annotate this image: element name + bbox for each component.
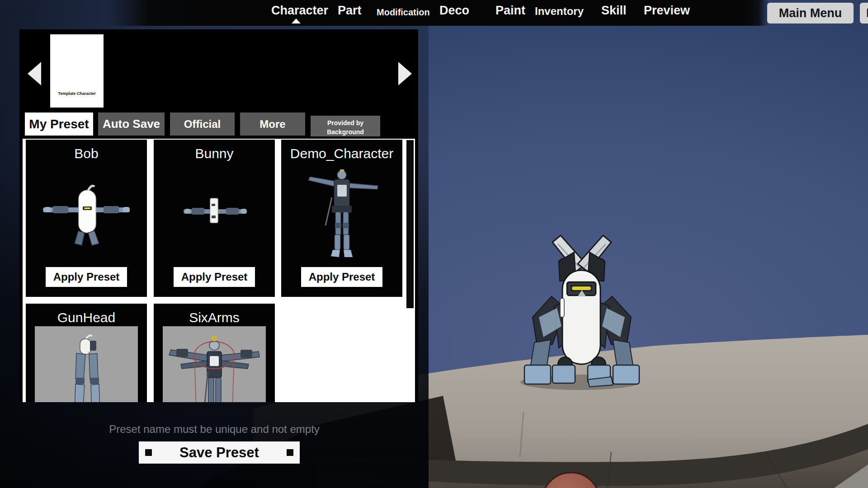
nav-tab-part[interactable]: Part bbox=[338, 3, 362, 18]
preset-card-gunhead[interactable]: GunHead bbox=[26, 304, 147, 402]
preset-name: Demo_Character bbox=[281, 146, 402, 161]
preset-panel: Template Character My Preset Auto Save O… bbox=[19, 29, 418, 402]
nav-tab-deco[interactable]: Deco bbox=[439, 3, 469, 18]
save-preset-button[interactable]: Save Preset bbox=[139, 441, 300, 464]
square-marker-icon bbox=[145, 449, 152, 456]
save-preset-label: Save Preset bbox=[179, 445, 259, 460]
preset-card-sixarms[interactable]: SixArms bbox=[154, 304, 275, 402]
active-tab-caret-icon bbox=[292, 19, 301, 23]
apply-preset-button[interactable]: Apply Preset bbox=[174, 267, 255, 287]
robot-visor bbox=[567, 282, 596, 296]
preset-list-scrollbar-thumb[interactable] bbox=[406, 140, 414, 308]
preset-thumbnail-bunny bbox=[154, 162, 275, 262]
template-character-label: Template Character bbox=[50, 91, 104, 96]
preset-name: Bunny bbox=[154, 146, 275, 161]
tab-auto-save[interactable]: Auto Save bbox=[98, 113, 165, 136]
preset-card-demo-character[interactable]: Demo_Character bbox=[281, 140, 402, 297]
preset-thumbnail-bob bbox=[26, 162, 147, 262]
square-marker-icon bbox=[287, 449, 293, 456]
preset-thumbnail-sixarms bbox=[163, 326, 266, 402]
nav-tab-inventory[interactable]: Inventory bbox=[535, 4, 584, 19]
tab-my-preset[interactable]: My Preset bbox=[25, 113, 93, 136]
tab-provided-by-background[interactable]: Provided by Background bbox=[311, 116, 380, 136]
tab-more-source[interactable]: More Source bbox=[240, 113, 305, 136]
nav-tab-modification[interactable]: Modification bbox=[377, 5, 430, 20]
main-menu-button[interactable]: Main Menu bbox=[767, 3, 854, 23]
apply-preset-button[interactable]: Apply Preset bbox=[46, 267, 127, 287]
preset-list-scrollbar-track[interactable] bbox=[405, 139, 415, 402]
preset-name: SixArms bbox=[154, 310, 275, 325]
preset-name: GunHead bbox=[26, 310, 147, 325]
preset-card-bob[interactable]: Bob Apply Preset bbox=[26, 140, 147, 297]
preset-card-bunny[interactable]: Bunny Apply Preset bbox=[154, 140, 275, 297]
nav-tab-skill[interactable]: Skill bbox=[601, 3, 627, 18]
edge-partial-button[interactable]: E bbox=[860, 3, 868, 23]
screen: Character Part Modification Deco Paint I… bbox=[0, 0, 868, 488]
template-character-card[interactable]: Template Character bbox=[50, 34, 104, 108]
preset-thumbnail-gunhead bbox=[35, 326, 138, 402]
preset-list: Bob Apply Preset Bunny bbox=[23, 139, 415, 402]
top-nav-bar: Character Part Modification Deco Paint I… bbox=[0, 0, 868, 26]
carousel-left-arrow-icon[interactable] bbox=[28, 62, 41, 85]
nav-tab-character[interactable]: Character bbox=[271, 3, 328, 18]
preset-thumbnail-demo-character bbox=[281, 162, 402, 262]
tab-official-preset[interactable]: Official Preset bbox=[170, 113, 235, 136]
carousel-right-arrow-icon[interactable] bbox=[398, 62, 412, 85]
nav-tab-paint[interactable]: Paint bbox=[495, 3, 525, 18]
apply-preset-button[interactable]: Apply Preset bbox=[301, 267, 382, 287]
nav-tab-preview[interactable]: Preview bbox=[644, 3, 690, 18]
preset-name-hint: Preset name must be unique and not empty bbox=[0, 423, 429, 436]
preset-name: Bob bbox=[26, 146, 147, 161]
